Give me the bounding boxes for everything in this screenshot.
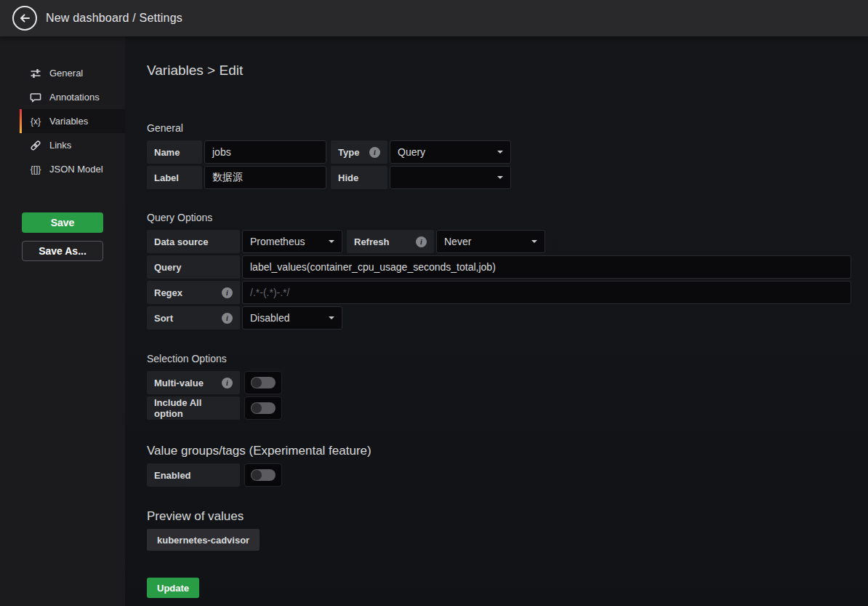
selection-options-section: Selection Options Multi-value i Include … xyxy=(147,353,868,420)
link-icon xyxy=(29,140,42,151)
braces-x-icon: {x} xyxy=(29,116,42,127)
arrow-left-icon xyxy=(19,12,31,24)
caret-down-icon xyxy=(497,151,503,154)
save-as-button[interactable]: Save As... xyxy=(22,241,103,261)
label-hide-row: Label 数据源 Hide xyxy=(147,166,868,189)
multi-value-row: Multi-value i xyxy=(147,371,868,394)
name-type-row: Name jobs Type i Query xyxy=(147,140,868,164)
sliders-icon xyxy=(29,68,42,79)
sidebar-item-label: Annotations xyxy=(49,92,100,103)
datasource-select[interactable]: Prometheus xyxy=(242,230,342,253)
caret-down-icon xyxy=(329,240,334,243)
settings-sidebar: General Annotations {x} Variables xyxy=(0,36,125,606)
general-section: General Name jobs Type i Query Label 数据源… xyxy=(147,122,868,189)
sidebar-item-annotations[interactable]: Annotations xyxy=(20,85,125,109)
sidebar-item-label: Variables xyxy=(49,116,88,127)
sort-field-label: Sort i xyxy=(147,306,240,330)
value-groups-section: Value groups/tags (Experimental feature)… xyxy=(147,444,868,487)
general-heading: General xyxy=(147,122,868,134)
sidebar-item-label: Links xyxy=(49,140,71,151)
enabled-row: Enabled xyxy=(147,463,868,487)
multi-value-field-label: Multi-value i xyxy=(147,371,240,394)
toggle-track xyxy=(251,402,276,414)
toggle-track xyxy=(251,469,276,481)
hide-field-label: Hide xyxy=(331,166,387,189)
save-button[interactable]: Save xyxy=(22,212,103,233)
info-icon[interactable]: i xyxy=(222,313,233,324)
hide-select[interactable] xyxy=(390,166,511,189)
regex-input[interactable]: /.*-(.*)-.*/ xyxy=(242,281,851,304)
toggle-track xyxy=(251,377,276,388)
refresh-select[interactable]: Never xyxy=(436,230,545,253)
variables-edit-panel: Variables > Edit General Name jobs Type … xyxy=(125,36,868,606)
regex-row: Regex i /.*-(.*)-.*/ xyxy=(147,281,868,304)
info-icon[interactable]: i xyxy=(222,287,233,298)
sort-row: Sort i Disabled xyxy=(147,306,868,330)
breadcrumb: New dashboard / Settings xyxy=(46,12,182,25)
query-options-heading: Query Options xyxy=(147,212,868,223)
page-title: Variables > Edit xyxy=(147,63,868,79)
regex-field-label: Regex i xyxy=(147,281,240,304)
type-select[interactable]: Query xyxy=(390,140,511,164)
label-field-label: Label xyxy=(147,166,202,189)
info-icon[interactable]: i xyxy=(369,147,380,158)
sidebar-item-general[interactable]: General xyxy=(20,61,125,85)
query-input[interactable]: label_values(container_cpu_usage_seconds… xyxy=(242,255,851,279)
enabled-toggle[interactable] xyxy=(244,463,282,487)
enabled-field-label: Enabled xyxy=(147,463,240,487)
multi-value-toggle[interactable] xyxy=(244,371,282,394)
toggle-knob xyxy=(252,470,262,480)
query-options-section: Query Options Data source Prometheus Ref… xyxy=(147,212,868,330)
sidebar-item-label: General xyxy=(49,68,83,79)
sort-select[interactable]: Disabled xyxy=(242,306,342,330)
include-all-toggle[interactable] xyxy=(244,396,282,420)
datasource-field-label: Data source xyxy=(147,230,240,253)
caret-down-icon xyxy=(497,176,503,179)
value-groups-heading: Value groups/tags (Experimental feature) xyxy=(147,444,868,458)
json-icon: {[]} xyxy=(29,164,42,175)
query-row: Query label_values(container_cpu_usage_s… xyxy=(147,255,868,279)
name-field-label: Name xyxy=(147,140,202,164)
preview-value-chip: kubernetes-cadvisor xyxy=(147,529,260,551)
name-input[interactable]: jobs xyxy=(204,140,326,164)
caret-down-icon xyxy=(329,316,334,319)
caret-down-icon xyxy=(531,240,537,243)
back-button[interactable] xyxy=(12,6,37,31)
preview-heading: Preview of values xyxy=(147,509,868,524)
sidebar-item-json-model[interactable]: {[]} JSON Model xyxy=(20,157,125,181)
query-field-label: Query xyxy=(147,255,240,279)
selection-options-heading: Selection Options xyxy=(147,353,868,364)
sidebar-item-variables[interactable]: {x} Variables xyxy=(20,109,125,133)
label-input[interactable]: 数据源 xyxy=(204,166,326,189)
include-all-field-label: Include All option xyxy=(147,396,240,420)
datasource-refresh-row: Data source Prometheus Refresh i Never xyxy=(147,230,868,253)
info-icon[interactable]: i xyxy=(416,236,427,247)
sidebar-item-label: JSON Model xyxy=(49,164,103,175)
include-all-row: Include All option xyxy=(147,396,868,420)
toggle-knob xyxy=(252,403,262,413)
info-icon[interactable]: i xyxy=(222,378,233,388)
type-field-label: Type i xyxy=(331,140,387,164)
comment-icon xyxy=(29,92,42,103)
toggle-knob xyxy=(252,378,262,388)
preview-section: Preview of values kubernetes-cadvisor xyxy=(147,509,868,551)
update-button[interactable]: Update xyxy=(147,578,199,598)
top-header: New dashboard / Settings xyxy=(0,0,868,36)
refresh-field-label: Refresh i xyxy=(347,230,434,253)
sidebar-item-links[interactable]: Links xyxy=(20,133,125,157)
